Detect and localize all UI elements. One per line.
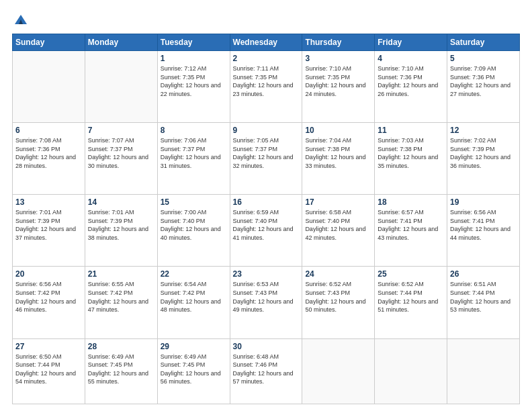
day-info: Sunrise: 6:49 AMSunset: 7:45 PMDaylight:… — [88, 353, 154, 386]
calendar-cell — [13, 51, 85, 123]
day-number: 11 — [378, 126, 444, 135]
week-row-3: 13Sunrise: 7:01 AMSunset: 7:39 PMDayligh… — [13, 195, 520, 267]
weekday-header-row: SundayMondayTuesdayWednesdayThursdayFrid… — [13, 34, 520, 51]
day-info: Sunrise: 6:56 AMSunset: 7:41 PMDaylight:… — [450, 208, 517, 242]
day-number: 17 — [305, 197, 371, 207]
calendar-cell: 5Sunrise: 7:09 AMSunset: 7:36 PMDaylight… — [447, 51, 520, 123]
day-info: Sunrise: 6:51 AMSunset: 7:44 PMDaylight:… — [450, 280, 517, 314]
calendar-cell: 30Sunrise: 6:48 AMSunset: 7:46 PMDayligh… — [230, 338, 302, 404]
day-number: 16 — [233, 197, 300, 207]
day-number: 18 — [378, 197, 444, 207]
day-number: 5 — [450, 54, 517, 63]
calendar-cell: 2Sunrise: 7:11 AMSunset: 7:35 PMDaylight… — [230, 51, 302, 123]
day-info: Sunrise: 7:12 AMSunset: 7:35 PMDaylight:… — [161, 64, 227, 98]
day-number: 12 — [450, 126, 517, 135]
week-row-5: 27Sunrise: 6:50 AMSunset: 7:44 PMDayligh… — [13, 338, 520, 404]
calendar-table: SundayMondayTuesdayWednesdayThursdayFrid… — [12, 34, 520, 404]
day-number: 13 — [15, 197, 82, 207]
day-number: 9 — [233, 126, 300, 135]
calendar-cell: 13Sunrise: 7:01 AMSunset: 7:39 PMDayligh… — [13, 195, 85, 267]
calendar-cell: 19Sunrise: 6:56 AMSunset: 7:41 PMDayligh… — [447, 195, 520, 267]
calendar-cell: 21Sunrise: 6:55 AMSunset: 7:42 PMDayligh… — [85, 267, 157, 338]
day-number: 28 — [88, 342, 154, 351]
calendar-cell: 27Sunrise: 6:50 AMSunset: 7:44 PMDayligh… — [13, 338, 85, 404]
calendar-cell: 12Sunrise: 7:02 AMSunset: 7:39 PMDayligh… — [447, 123, 520, 195]
day-info: Sunrise: 7:10 AMSunset: 7:35 PMDaylight:… — [305, 64, 371, 98]
day-info: Sunrise: 7:01 AMSunset: 7:39 PMDaylight:… — [15, 208, 82, 242]
week-row-1: 1Sunrise: 7:12 AMSunset: 7:35 PMDaylight… — [13, 51, 520, 123]
day-info: Sunrise: 7:01 AMSunset: 7:39 PMDaylight:… — [88, 208, 154, 242]
calendar-cell: 24Sunrise: 6:52 AMSunset: 7:43 PMDayligh… — [302, 267, 375, 338]
calendar-cell: 8Sunrise: 7:06 AMSunset: 7:37 PMDaylight… — [157, 123, 230, 195]
day-info: Sunrise: 6:56 AMSunset: 7:42 PMDaylight:… — [15, 280, 82, 314]
calendar-cell: 14Sunrise: 7:01 AMSunset: 7:39 PMDayligh… — [85, 195, 157, 267]
calendar-cell: 7Sunrise: 7:07 AMSunset: 7:37 PMDaylight… — [85, 123, 157, 195]
header — [12, 12, 520, 27]
calendar-cell: 4Sunrise: 7:10 AMSunset: 7:36 PMDaylight… — [375, 51, 447, 123]
day-info: Sunrise: 6:52 AMSunset: 7:44 PMDaylight:… — [378, 280, 444, 314]
calendar-cell: 1Sunrise: 7:12 AMSunset: 7:35 PMDaylight… — [157, 51, 230, 123]
day-number: 7 — [88, 126, 154, 135]
logo — [12, 12, 28, 27]
calendar-cell — [302, 338, 375, 404]
page: SundayMondayTuesdayWednesdayThursdayFrid… — [0, 0, 532, 411]
calendar-cell — [375, 338, 447, 404]
day-number: 22 — [161, 269, 227, 279]
day-info: Sunrise: 6:55 AMSunset: 7:42 PMDaylight:… — [88, 280, 154, 314]
day-info: Sunrise: 6:53 AMSunset: 7:43 PMDaylight:… — [233, 280, 300, 314]
day-number: 20 — [15, 269, 82, 279]
day-info: Sunrise: 7:04 AMSunset: 7:38 PMDaylight:… — [305, 136, 371, 170]
day-info: Sunrise: 7:08 AMSunset: 7:36 PMDaylight:… — [15, 136, 82, 170]
day-number: 6 — [15, 126, 82, 135]
day-info: Sunrise: 7:07 AMSunset: 7:37 PMDaylight:… — [88, 136, 154, 170]
day-number: 3 — [305, 54, 371, 63]
calendar-cell: 20Sunrise: 6:56 AMSunset: 7:42 PMDayligh… — [13, 267, 85, 338]
day-number: 15 — [161, 197, 227, 207]
weekday-header-sunday: Sunday — [13, 34, 85, 51]
week-row-2: 6Sunrise: 7:08 AMSunset: 7:36 PMDaylight… — [13, 123, 520, 195]
day-info: Sunrise: 7:11 AMSunset: 7:35 PMDaylight:… — [233, 64, 300, 98]
day-number: 19 — [450, 197, 517, 207]
calendar-cell — [85, 51, 157, 123]
day-info: Sunrise: 7:02 AMSunset: 7:39 PMDaylight:… — [450, 136, 517, 170]
day-number: 26 — [450, 269, 517, 279]
day-number: 29 — [161, 342, 227, 351]
calendar-cell: 9Sunrise: 7:05 AMSunset: 7:37 PMDaylight… — [230, 123, 302, 195]
day-info: Sunrise: 6:59 AMSunset: 7:40 PMDaylight:… — [233, 208, 300, 242]
calendar-cell: 11Sunrise: 7:03 AMSunset: 7:38 PMDayligh… — [375, 123, 447, 195]
day-number: 8 — [161, 126, 227, 135]
weekday-header-tuesday: Tuesday — [157, 34, 230, 51]
calendar-cell: 22Sunrise: 6:54 AMSunset: 7:42 PMDayligh… — [157, 267, 230, 338]
day-info: Sunrise: 7:00 AMSunset: 7:40 PMDaylight:… — [161, 208, 227, 242]
day-number: 1 — [161, 54, 227, 63]
day-number: 27 — [15, 342, 82, 351]
day-number: 10 — [305, 126, 371, 135]
week-row-4: 20Sunrise: 6:56 AMSunset: 7:42 PMDayligh… — [13, 267, 520, 338]
calendar-cell: 15Sunrise: 7:00 AMSunset: 7:40 PMDayligh… — [157, 195, 230, 267]
weekday-header-thursday: Thursday — [302, 34, 375, 51]
calendar-cell: 28Sunrise: 6:49 AMSunset: 7:45 PMDayligh… — [85, 338, 157, 404]
calendar-cell: 16Sunrise: 6:59 AMSunset: 7:40 PMDayligh… — [230, 195, 302, 267]
weekday-header-monday: Monday — [85, 34, 157, 51]
day-info: Sunrise: 6:52 AMSunset: 7:43 PMDaylight:… — [305, 280, 371, 314]
weekday-header-friday: Friday — [375, 34, 447, 51]
day-info: Sunrise: 6:57 AMSunset: 7:41 PMDaylight:… — [378, 208, 444, 242]
day-info: Sunrise: 7:05 AMSunset: 7:37 PMDaylight:… — [233, 136, 300, 170]
day-info: Sunrise: 6:54 AMSunset: 7:42 PMDaylight:… — [161, 280, 227, 314]
calendar-cell: 25Sunrise: 6:52 AMSunset: 7:44 PMDayligh… — [375, 267, 447, 338]
calendar-cell: 17Sunrise: 6:58 AMSunset: 7:40 PMDayligh… — [302, 195, 375, 267]
calendar-cell: 26Sunrise: 6:51 AMSunset: 7:44 PMDayligh… — [447, 267, 520, 338]
day-number: 24 — [305, 269, 371, 279]
day-info: Sunrise: 6:49 AMSunset: 7:45 PMDaylight:… — [161, 353, 227, 386]
day-info: Sunrise: 7:06 AMSunset: 7:37 PMDaylight:… — [161, 136, 227, 170]
day-number: 14 — [88, 197, 154, 207]
day-number: 23 — [233, 269, 300, 279]
logo-icon — [13, 12, 28, 27]
calendar-cell: 3Sunrise: 7:10 AMSunset: 7:35 PMDaylight… — [302, 51, 375, 123]
day-info: Sunrise: 6:50 AMSunset: 7:44 PMDaylight:… — [15, 353, 82, 386]
calendar-cell — [447, 338, 520, 404]
day-info: Sunrise: 7:09 AMSunset: 7:36 PMDaylight:… — [450, 64, 517, 98]
day-info: Sunrise: 6:48 AMSunset: 7:46 PMDaylight:… — [233, 353, 300, 386]
day-number: 2 — [233, 54, 300, 63]
day-info: Sunrise: 7:10 AMSunset: 7:36 PMDaylight:… — [378, 64, 444, 98]
